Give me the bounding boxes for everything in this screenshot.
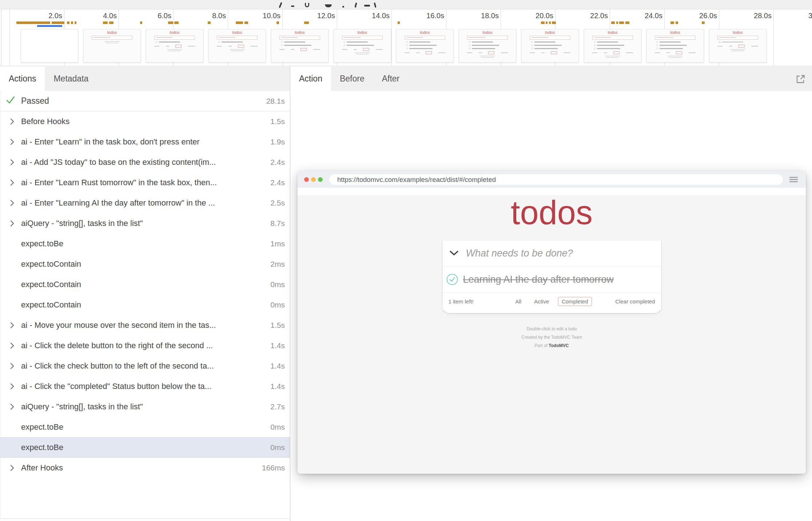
thumbnail-footer-line <box>717 44 758 48</box>
action-row[interactable]: ai - Enter "Learning AI the day after to… <box>0 193 290 213</box>
todo-footer: 1 item left! AllActiveCompleted Clear co… <box>443 293 661 310</box>
action-row[interactable]: expect.toContain0ms <box>0 295 290 315</box>
action-row-duration: 2.5s <box>270 199 285 207</box>
timeline-time-label: 2.0s <box>9 12 62 20</box>
action-row[interactable]: expect.toBe1ms <box>0 234 290 254</box>
filmstrip-thumbnail[interactable]: todos <box>459 29 516 63</box>
action-row-label: ai - Click the delete button to the righ… <box>21 341 266 350</box>
filmstrip-thumbnail[interactable]: todos <box>271 29 329 63</box>
filmstrip-thumbnail[interactable] <box>21 29 78 63</box>
todo-checked-icon[interactable] <box>446 274 458 285</box>
chevron-right-icon[interactable] <box>10 219 16 227</box>
action-row-label: expect.toContain <box>21 300 266 310</box>
action-row[interactable]: ai - Enter "Learn" in the task box, don'… <box>0 132 290 152</box>
external-link-icon <box>795 73 806 84</box>
action-row[interactable]: expect.toContain0ms <box>0 274 290 295</box>
filter-completed[interactable]: Completed <box>558 297 592 306</box>
action-row[interactable]: ai - Move your mouse over the second ite… <box>0 315 290 335</box>
todo-item-text: Learning AI the day after tomorrow <box>463 274 614 285</box>
thumbnail-input-box <box>154 36 195 40</box>
tab-action[interactable]: Action <box>290 67 331 91</box>
chevron-right-icon[interactable] <box>10 342 16 350</box>
thumbnail-footer-line <box>467 51 508 54</box>
timeline-action-tick <box>304 21 309 24</box>
filmstrip-thumbnail[interactable]: todos <box>646 29 704 63</box>
action-row[interactable]: ai - Enter "Learn Rust tomorrow" in the … <box>0 172 290 193</box>
thumbnail-info-lines <box>146 49 203 51</box>
action-row[interactable]: expect.toContain2ms <box>0 254 290 274</box>
action-row[interactable]: Before Hooks1.5s <box>0 111 290 132</box>
todo-item[interactable]: Learning AI the day after tomorrow <box>443 267 661 293</box>
filmstrip-thumbnail[interactable]: todos <box>396 29 454 63</box>
tab-after[interactable]: After <box>373 67 409 91</box>
chevron-right-icon[interactable] <box>10 138 16 146</box>
minimize-light-icon <box>311 177 316 182</box>
timeline-gridline <box>773 9 774 66</box>
thumbnail-info-lines <box>584 56 641 58</box>
chevron-right-icon[interactable] <box>10 321 16 329</box>
timeline-action-tick <box>67 21 69 24</box>
thumbnail-todo-line <box>281 41 328 43</box>
close-light-icon <box>304 177 309 182</box>
filmstrip-thumbnail[interactable]: todos <box>208 29 266 63</box>
timeline-action-tick <box>619 21 624 24</box>
open-snapshot-button[interactable] <box>795 73 806 85</box>
action-row[interactable]: expect.toBe0ms <box>0 437 290 458</box>
filter-all[interactable]: All <box>512 297 525 306</box>
action-row-duration: 1ms <box>270 239 285 248</box>
timeline-time-label: 22.0s <box>555 12 608 20</box>
action-row-label: expect.toBe <box>21 422 266 432</box>
chevron-right-icon[interactable] <box>10 199 16 207</box>
action-row[interactable]: ai - Add "JS today" to base on the exist… <box>0 152 290 172</box>
timeline-action-tick <box>398 21 400 24</box>
action-row[interactable]: ai - Click the "completed" Status button… <box>0 376 290 397</box>
action-row-label: ai - Move your mouse over the second ite… <box>21 321 266 330</box>
filmstrip-thumbnail[interactable]: todos <box>334 29 391 63</box>
thumbnail-todos-title: todos <box>271 30 328 35</box>
action-row-duration: 2.4s <box>270 158 285 167</box>
chevron-right-icon[interactable] <box>10 362 16 370</box>
action-list: Passed 28.1s Before Hooks1.5sai - Enter … <box>0 91 290 518</box>
chevron-right-icon[interactable] <box>10 382 16 390</box>
timeline-strip[interactable]: 2.0s4.0s6.0s8.0s10.0s12.0s14.0s16.0s18.0… <box>0 9 812 66</box>
timeline-action-tick <box>75 21 76 24</box>
filter-active[interactable]: Active <box>530 297 553 306</box>
clear-completed-button[interactable]: Clear completed <box>615 298 655 305</box>
thumbnail-todo-line <box>218 41 266 43</box>
info-line: Created by the TodoMVC Team <box>298 335 806 340</box>
action-row[interactable]: ai - Click the check button to the left … <box>0 356 290 376</box>
chevron-right-icon[interactable] <box>10 179 16 187</box>
browser-window-snapshot: https://todomvc.com/examples/react/dist/… <box>298 171 806 474</box>
chevron-right-icon[interactable] <box>10 464 16 472</box>
thumbnail-todos-title: todos <box>709 30 766 35</box>
filmstrip-thumbnail[interactable]: todos <box>521 29 579 63</box>
chevron-right-icon[interactable] <box>10 403 16 411</box>
action-row-duration: 166ms <box>262 464 285 472</box>
browser-chrome: https://todomvc.com/examples/react/dist/… <box>298 171 806 188</box>
toggle-all-chevron-icon[interactable] <box>449 250 459 256</box>
action-row[interactable]: ai - Click the delete button to the righ… <box>0 335 290 356</box>
new-todo-input[interactable]: What needs to be done? <box>443 240 661 267</box>
thumbnail-info-lines <box>209 49 266 51</box>
thumbnail-todos-title: todos <box>84 30 140 35</box>
thumbnail-input-box <box>405 36 445 40</box>
filmstrip-thumbnail[interactable]: todos <box>709 29 767 63</box>
action-row[interactable]: expect.toBe0ms <box>0 417 290 437</box>
filmstrip-thumbnail[interactable]: todos <box>83 29 141 63</box>
chevron-right-icon[interactable] <box>10 118 16 126</box>
filmstrip-thumbnail[interactable]: todos <box>146 29 203 63</box>
thumbnail-todos-title: todos <box>334 30 391 35</box>
action-row-label: ai - Enter "Learning AI the day after to… <box>21 198 266 208</box>
tab-before[interactable]: Before <box>331 67 373 91</box>
action-row-duration: 1.4s <box>270 382 285 391</box>
action-row[interactable]: After Hooks166ms <box>0 458 290 478</box>
action-row-label: aiQuery - "string[], tasks in the list" <box>21 219 266 228</box>
action-row[interactable]: aiQuery - "string[], tasks in the list"8… <box>0 213 290 234</box>
filmstrip-thumbnail[interactable]: todos <box>584 29 641 63</box>
window-title-bar <box>0 0 812 9</box>
tab-actions[interactable]: Actions <box>0 67 45 91</box>
action-row[interactable]: aiQuery - "string[], tasks in the list"2… <box>0 397 290 417</box>
action-row-label: After Hooks <box>21 463 258 473</box>
tab-metadata[interactable]: Metadata <box>45 67 97 91</box>
chevron-right-icon[interactable] <box>10 158 16 166</box>
